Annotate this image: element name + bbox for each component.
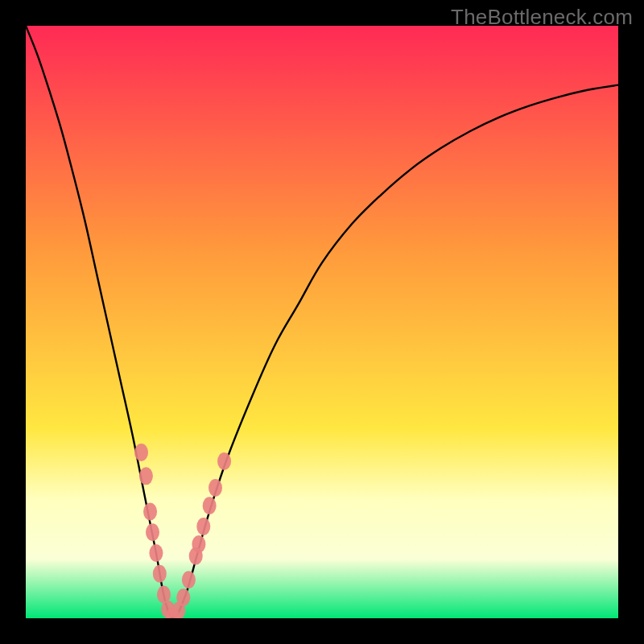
marker-dot: [208, 479, 222, 497]
marker-dot: [182, 571, 196, 588]
marker-dot: [192, 535, 205, 553]
marker-dot: [139, 467, 153, 485]
outer-frame: TheBottleneck.com: [0, 0, 644, 644]
marker-dot: [149, 544, 163, 562]
gradient-background: [26, 26, 618, 618]
marker-dot: [176, 588, 190, 606]
chart-svg: [26, 26, 618, 618]
marker-dot: [217, 452, 231, 470]
marker-dot: [196, 518, 210, 535]
marker-dot: [153, 565, 167, 583]
marker-dot: [146, 523, 159, 541]
marker-dot: [143, 503, 157, 521]
marker-dot: [134, 444, 148, 461]
plot-area: [26, 26, 618, 618]
marker-dot: [203, 497, 217, 514]
